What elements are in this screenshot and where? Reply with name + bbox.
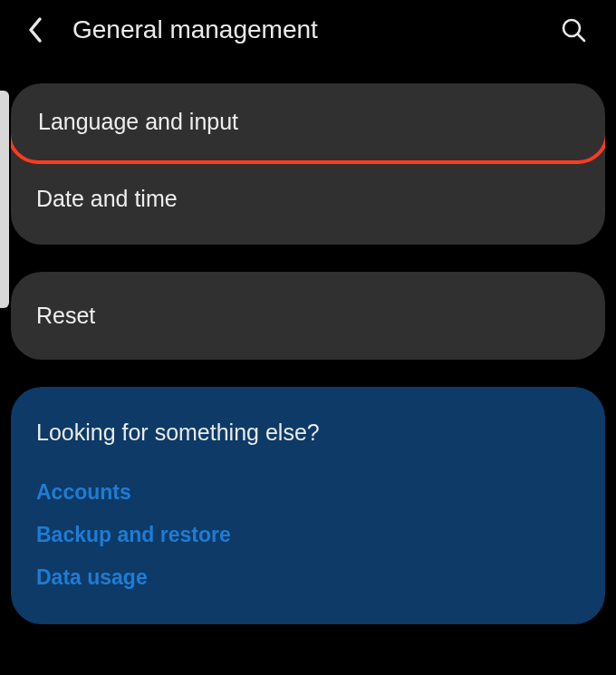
tip-card: Looking for something else? Accounts Bac… bbox=[11, 387, 605, 624]
scroll-indicator bbox=[0, 91, 9, 308]
page-title: General management bbox=[72, 15, 554, 44]
tip-heading: Looking for something else? bbox=[36, 419, 580, 446]
tip-link-backup[interactable]: Backup and restore bbox=[36, 514, 580, 556]
header: General management bbox=[0, 0, 616, 56]
item-reset[interactable]: Reset bbox=[11, 272, 605, 360]
back-button[interactable] bbox=[16, 11, 54, 49]
content: Language and input Date and time Reset L… bbox=[0, 56, 616, 624]
search-button[interactable] bbox=[554, 11, 592, 49]
tip-link-accounts[interactable]: Accounts bbox=[36, 471, 580, 514]
chevron-left-icon bbox=[26, 16, 44, 43]
search-icon bbox=[560, 16, 587, 43]
item-language-and-input[interactable]: Language and input bbox=[11, 83, 605, 164]
svg-line-1 bbox=[578, 34, 584, 41]
settings-group-main: Language and input Date and time bbox=[11, 83, 605, 245]
tip-link-data-usage[interactable]: Data usage bbox=[36, 556, 580, 599]
item-date-and-time[interactable]: Date and time bbox=[11, 160, 605, 245]
settings-group-reset: Reset bbox=[11, 272, 605, 360]
